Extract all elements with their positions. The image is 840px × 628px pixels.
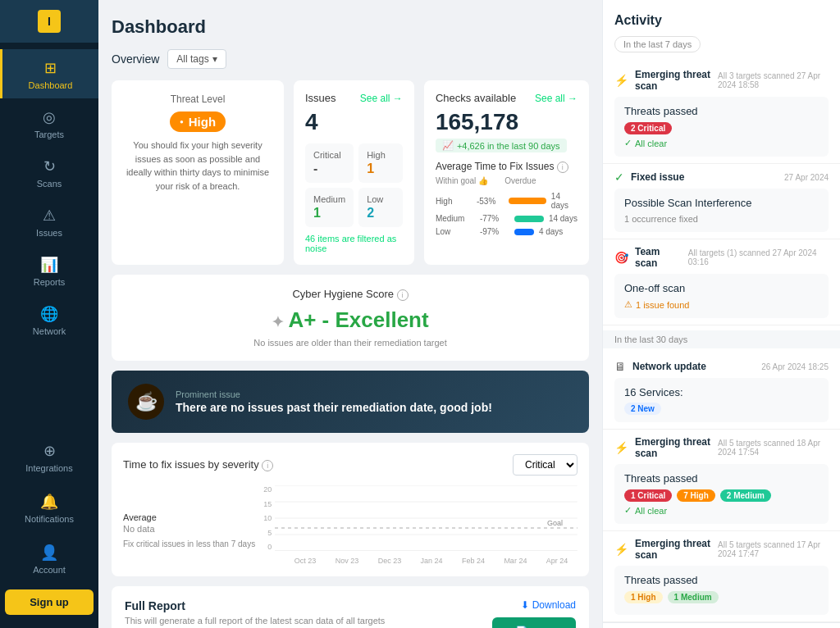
activity-badge-row-3: 1 High 1 Medium — [624, 591, 819, 603]
activity-item-threat-3: ⚡ Emerging threat scan All 5 targets sca… — [603, 531, 840, 622]
pdf-button[interactable]: 📄 PDF — [492, 617, 576, 628]
issues-card: Issues See all → 4 Critical - High 1 — [294, 80, 414, 265]
ttf-sidebar-labels: Average No data Fix critical issues in l… — [123, 485, 255, 565]
activity-card-network: 16 Services: 2 New — [614, 378, 829, 422]
tags-select[interactable]: All tags ▾ — [167, 49, 226, 69]
sidebar-item-notifications[interactable]: 🔔 Notifications — [0, 483, 98, 532]
report-title: Full Report — [125, 599, 385, 612]
sidebar-item-label: Reports — [34, 277, 66, 287]
sidebar-item-issues[interactable]: ⚠ Issues — [0, 197, 98, 246]
fix-low-pct: -97% — [480, 227, 509, 236]
activity-card-title-threat2: Threats passed — [624, 472, 819, 485]
threat-level-badge: ● High — [170, 111, 226, 132]
sidebar-item-label: Issues — [36, 228, 62, 238]
issues-grid: Critical - High 1 Medium 1 Low — [305, 143, 403, 227]
report-description: This will generate a full report of the … — [125, 616, 385, 626]
warning-icon: ⚠ — [624, 299, 632, 310]
threat-card: Threat Level ● High You should fix your … — [112, 80, 284, 265]
check-icon: ✓ — [624, 138, 632, 148]
footer: f 🐦 in Blog · Privacy · Terms · Security… — [603, 622, 840, 628]
growth-icon: 📈 — [442, 140, 454, 151]
activity-item-header-fixed: ✓ Fixed issue 27 Apr 2024 — [614, 171, 829, 184]
y-label-10: 10 — [263, 514, 272, 522]
critical-value: - — [313, 162, 345, 176]
sign-up-button[interactable]: Sign up — [5, 589, 94, 615]
bolt-icon-3: ⚡ — [614, 543, 628, 556]
medium-label: Medium — [313, 194, 345, 204]
download-link[interactable]: ⬇ Download — [521, 599, 576, 611]
integrations-icon: ⊕ — [43, 442, 56, 460]
logo-icon: I — [38, 10, 61, 33]
sidebar-item-account[interactable]: 👤 Account — [0, 534, 98, 583]
hygiene-prefix: ✦ — [272, 314, 288, 330]
sidebar-nav: ⊞ Dashboard ◎ Targets ↻ Scans ⚠ Issues 📊… — [0, 43, 98, 432]
report-right: ⬇ Download 📄 PDF — [492, 599, 576, 628]
sidebar-item-reports[interactable]: 📊 Reports — [0, 246, 98, 295]
ttf-no-data: No data — [123, 524, 255, 534]
activity-item-threat-1: ⚡ Emerging threat scan All 3 targets sca… — [603, 62, 840, 164]
overview-label: Overview — [112, 52, 159, 66]
critical-label: Critical — [313, 150, 345, 160]
tags-label: All tags — [176, 53, 208, 65]
activity-card-fixed: Possible Scan Interference 1 occurrence … — [614, 189, 829, 232]
activity-time: All 3 targets scanned 27 Apr 2024 18:58 — [718, 71, 829, 89]
ttf-severity-select[interactable]: Critical — [513, 454, 578, 476]
act-badge-medium-2: 2 Medium — [720, 489, 771, 502]
activity-type-threat2: Emerging threat scan — [635, 436, 711, 459]
sidebar-bottom: ⊕ Integrations 🔔 Notifications 👤 Account… — [0, 432, 98, 628]
x-label-oct: Oct 23 — [294, 557, 317, 565]
y-axis: 20 15 10 5 0 — [263, 485, 275, 551]
content-area: Dashboard Overview All tags ▾ Threat Lev… — [98, 0, 840, 628]
cards-row: Threat Level ● High You should fix your … — [112, 80, 589, 265]
sidebar-item-network[interactable]: 🌐 Network — [0, 295, 98, 344]
all-clear-text: All clear — [635, 139, 667, 148]
checks-count: 165,178 — [436, 109, 578, 135]
fix-high-days: 14 days — [551, 192, 578, 210]
sidebar-item-label: Scans — [37, 179, 62, 189]
x-labels: Oct 23 Nov 23 Dec 23 Jan 24 Feb 24 Mar 2… — [263, 557, 578, 565]
threat-dot: ● — [180, 118, 184, 125]
overdue-label: Overdue — [504, 176, 536, 185]
medium-value: 1 — [313, 206, 345, 221]
issues-see-all-link[interactable]: See all → — [360, 93, 403, 104]
x-label-jan: Jan 24 — [421, 557, 443, 565]
sidebar-item-targets[interactable]: ◎ Targets — [0, 98, 98, 148]
checks-card: Checks available See all → 165,178 📈 +4,… — [424, 80, 589, 265]
full-report-card: Full Report This will generate a full re… — [112, 586, 589, 628]
sidebar-item-dashboard[interactable]: ⊞ Dashboard — [0, 49, 98, 98]
fix-row-low: Low -97% 4 days — [436, 227, 578, 236]
hygiene-description: No issues are older than their remediati… — [125, 338, 576, 348]
x-label-dec: Dec 23 — [378, 557, 402, 565]
fix-row-medium: Medium -77% 14 days — [436, 214, 578, 223]
activity-card-title-fixed: Possible Scan Interference — [624, 197, 819, 209]
activity-card-title-threat3: Threats passed — [624, 574, 819, 586]
main-content: Dashboard Overview All tags ▾ Threat Lev… — [98, 0, 840, 628]
threat-label: Threat Level — [125, 93, 271, 105]
avg-fix-title: Average Time to Fix Issues — [436, 161, 555, 172]
overview-bar: Overview All tags ▾ — [112, 49, 589, 69]
x-label-mar: Mar 24 — [504, 557, 527, 565]
center-panel: Dashboard Overview All tags ▾ Threat Lev… — [98, 0, 602, 628]
issues-count: 4 — [305, 109, 403, 135]
sidebar-item-scans[interactable]: ↻ Scans — [0, 148, 98, 197]
fix-medium-pct: -77% — [480, 214, 509, 223]
sidebar-item-label: Account — [33, 565, 66, 575]
act-badge-critical-2: 1 Critical — [624, 489, 672, 502]
checks-see-all-link[interactable]: See all → — [535, 93, 578, 104]
fix-medium-days: 14 days — [549, 214, 578, 223]
activity-period-7: In the last 7 days — [614, 36, 701, 52]
noise-filter-link[interactable]: 46 items are filtered as noise — [305, 234, 403, 253]
prominent-text: There are no issues past their remediati… — [176, 401, 492, 414]
sidebar-item-label: Integrations — [25, 463, 72, 473]
act-badge-critical: 2 Critical — [624, 122, 672, 134]
activity-card: Threats passed 2 Critical ✓ All clear — [614, 97, 829, 157]
low-value: 2 — [367, 206, 395, 221]
prominent-icon: ☕ — [128, 384, 164, 420]
ttf-header: Time to fix issues by severity i Critica… — [123, 454, 578, 476]
fix-row-high: High -53% 14 days — [436, 192, 578, 210]
issue-cell-critical: Critical - — [305, 143, 354, 183]
sidebar-item-integrations[interactable]: ⊕ Integrations — [0, 432, 98, 481]
svg-text:Goal: Goal — [547, 519, 563, 527]
activity-type-team: Team scan — [635, 246, 682, 269]
hygiene-card: Cyber Hygiene Score i ✦ A+ - Excellent N… — [112, 275, 589, 361]
